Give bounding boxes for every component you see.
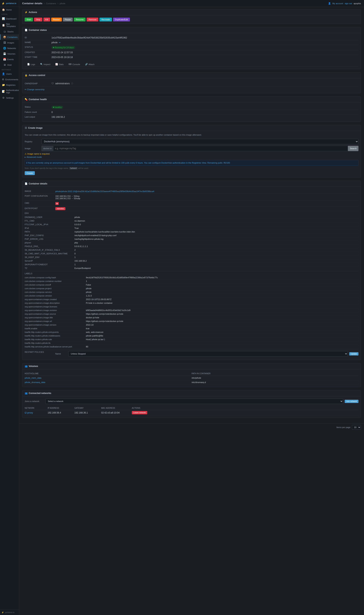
label-value: pihole xyxy=(86,291,358,293)
vol-row: pihole_mem_data/etc/pihole xyxy=(25,376,358,380)
label-value: 2022.10 xyxy=(86,324,358,326)
entry-badge: /sbin/tini xyxy=(55,207,65,210)
sidebar-item-home[interactable]: 🏠 Home xyxy=(0,7,19,13)
change-ownership-link[interactable]: ✏ Change ownership xyxy=(25,88,45,91)
join-network-button[interactable]: Join network xyxy=(345,400,358,403)
ownership-label: Ownership xyxy=(25,82,52,85)
info-circle-icon: ℹ xyxy=(26,162,27,164)
sidebar-item-auth-logs[interactable]: 📝 Authentication logs xyxy=(0,88,19,95)
sidebar-item-users[interactable]: 👤 Users xyxy=(0,71,19,77)
stop-button[interactable]: Stop xyxy=(34,18,42,21)
remove-button[interactable]: Remove xyxy=(87,18,98,21)
leave-network-button[interactable]: Leave network xyxy=(132,411,147,414)
resume-button[interactable]: Resume xyxy=(74,18,86,21)
running-dot xyxy=(53,47,54,48)
volumes-body: Host/volume Path in container pihole_mem… xyxy=(22,369,361,387)
edit-name-icon[interactable]: ✏ xyxy=(59,41,61,44)
search-button[interactable]: Search xyxy=(348,146,358,151)
sidebar-item-settings[interactable]: ⚙ Settings xyxy=(0,95,19,100)
sidebar-item-stacks[interactable]: 🗂 Stacks xyxy=(0,29,19,34)
vol-host-value[interactable]: pihole_mem_data xyxy=(25,377,192,379)
label-key: com.docker.compose.service xyxy=(25,291,86,293)
env-value: 1 xyxy=(74,263,358,266)
restart-policy-select[interactable]: Unless Stopped xyxy=(68,351,348,356)
start-button[interactable]: Start xyxy=(25,18,33,21)
nav-logs[interactable]: 📄 Logs xyxy=(25,62,38,67)
env-row: TZEurope/Budapest xyxy=(25,266,358,270)
chevron-icon: ▸ xyxy=(25,156,26,158)
label-row: traefik.http.routers.pihole.middlewaresp… xyxy=(25,334,358,338)
breadcrumb-item: pihole xyxy=(60,2,65,5)
label-value: https://github.com/pi-hole/docker-pi-hol… xyxy=(86,320,358,322)
vol-host-col: Host/volume xyxy=(25,373,192,375)
env-detail-row: ENV DNSMASQ_USERpiholeFTL_CMDno-daemonFT… xyxy=(25,211,358,271)
network-select[interactable]: Select a network xyxy=(45,399,343,404)
sidebar-registries-label: Registries xyxy=(6,84,15,86)
sidebar-item-volumes[interactable]: 💾 Volumes xyxy=(0,51,19,56)
sidebar-dashboard-label: Dashboard xyxy=(6,18,16,20)
containers-icon: 📦 xyxy=(3,36,6,39)
user-account-link[interactable]: My account xyxy=(332,2,343,5)
registry-select[interactable]: DockerHub (anonymous) xyxy=(41,139,358,144)
create-image-button[interactable]: Create xyxy=(25,171,35,175)
sidebar-item-containers[interactable]: 📦 Containers xyxy=(0,34,19,40)
label-key: org.opencontainers.image.url xyxy=(25,320,86,322)
image-input-group: docker.io Search xyxy=(41,146,358,151)
image-input[interactable] xyxy=(53,146,348,151)
user-icon: 👤 xyxy=(328,2,331,5)
label-key: org.opencontainers.image.revision xyxy=(25,309,86,311)
sidebar-item-events[interactable]: 📅 Events xyxy=(0,56,19,62)
label-row: org.opencontainers.image.titledocker-pi-… xyxy=(25,316,358,320)
label-value: web, web-insecure xyxy=(86,331,358,333)
label-value: Host(`pihole.rpi.lan`) xyxy=(86,338,358,341)
sidebar-item-app-templates[interactable]: 📋 App Templates xyxy=(0,21,19,29)
label-key: traefik.http.routers.pihole.rule xyxy=(25,338,86,341)
sidebar-item-networks[interactable]: 🌐 Networks xyxy=(0,45,19,51)
user-signout-link[interactable]: sign out xyxy=(345,2,352,5)
label-value: pihole-pathfix@file xyxy=(86,335,358,337)
kill-button[interactable]: Kill xyxy=(43,18,50,21)
label-value: true xyxy=(86,327,358,330)
env-table: DNSMASQ_USERpiholeFTL_CMDno-daemonFTLCON… xyxy=(25,215,358,270)
update-restart-button[interactable]: Update xyxy=(349,352,358,355)
sidebar-item-environments[interactable]: ⚙ Environments xyxy=(0,77,19,82)
duplicate-button[interactable]: Duplicate/Edit xyxy=(113,18,130,21)
items-per-page-select[interactable]: 10 xyxy=(352,425,361,430)
nav-stats[interactable]: 📈 Stats xyxy=(53,62,66,67)
container-name: pihole xyxy=(52,41,58,44)
details-body: IMAGE pihole/pihole:2022.10@sha256:fd1a/… xyxy=(22,187,361,360)
sidebar-item-images[interactable]: 🖼 Images xyxy=(0,40,19,45)
warning-icon: ⚠ xyxy=(25,153,26,155)
nav-console[interactable]: ⌨ Console xyxy=(66,62,82,67)
port-label: PORT CONFIGURATION xyxy=(25,195,55,200)
console-icon: ⌨ xyxy=(68,63,72,66)
col-network: Network xyxy=(25,407,48,409)
sidebar-item-host[interactable]: 🖥 Host xyxy=(0,62,19,68)
env-value: 0.0.0.0 xyxy=(74,223,358,226)
nav-inspect[interactable]: 🔍 Inspect xyxy=(38,62,53,67)
env-key: S6_BEHAVIOUR_IF_STAGE2_FAILS xyxy=(25,249,74,251)
failure-value: 0 xyxy=(52,111,358,113)
env-row: FTLCONF_LOCAL_IPV40.0.0.0 xyxy=(25,223,358,226)
sidebar-item-registries[interactable]: 📁 Registries xyxy=(0,82,19,88)
settings-icon: ⚙ xyxy=(2,96,5,99)
recreate-button[interactable]: Recreate xyxy=(100,18,112,21)
net-actions: Leave network xyxy=(132,411,358,414)
pause-button[interactable]: Pause xyxy=(63,18,73,21)
actions-icon: ⚡ xyxy=(25,11,27,14)
label-row: traefik.http.routers.pihole.tls xyxy=(25,341,358,345)
info-icon: ⓘ xyxy=(71,82,73,85)
advanced-mode-toggle[interactable]: ▸ Advanced mode xyxy=(25,156,358,158)
sidebar-item-dashboard[interactable]: 📊 Dashboard xyxy=(0,16,19,21)
page-content: ⚡ Actions Start Stop Kill Restart Pause … xyxy=(19,7,364,423)
breadcrumb-containers[interactable]: Containers xyxy=(46,2,56,5)
vol-host-value[interactable]: pihole_dnsmasq_data xyxy=(25,381,192,383)
label-value: https://github.com/pi-hole/docker-pi-hol… xyxy=(86,313,358,315)
nav-attach[interactable]: 🔗 Attach xyxy=(83,62,97,67)
sidebar-containers-label: Containers xyxy=(7,36,17,38)
health-icon: 💊 xyxy=(25,98,27,101)
image-link[interactable]: pihole/pihole:2022.10@sha256:fd1a/1f2d96… xyxy=(55,190,154,193)
ownership-row: Ownership 🛡 administrators ⓘ xyxy=(25,81,358,86)
restart-button[interactable]: Restart xyxy=(51,18,62,21)
env-value: /etc/lighttpd/conf-enabled/15-fastcgi-ph… xyxy=(74,234,358,237)
